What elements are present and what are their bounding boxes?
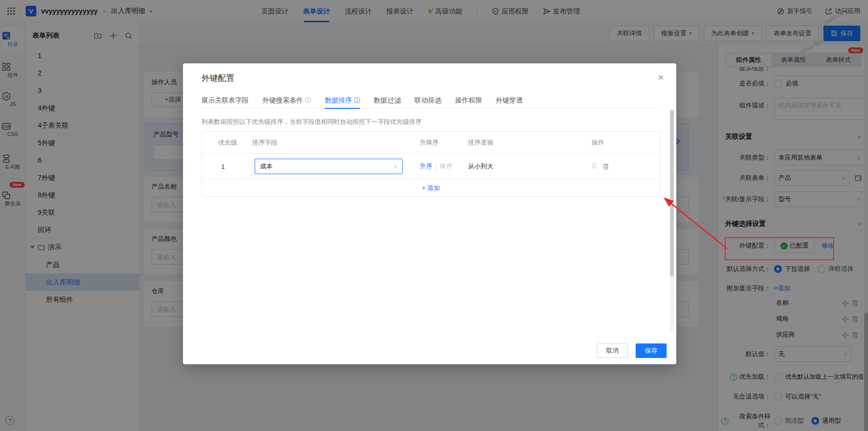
cancel-button[interactable]: 取消	[597, 343, 628, 358]
tab-data-sort[interactable]: 数据排序ⓘ	[325, 92, 360, 108]
sort-table-header: 优先级 排序字段 升降序 排序逻辑 操作	[202, 132, 660, 153]
sort-description: 列表数据按照以下优先级排序，当前字段值相同时自动按照下一字段优先级排序	[201, 118, 422, 126]
drag-handle-icon[interactable]: ⠿	[592, 162, 596, 171]
col-sort-field: 排序字段	[252, 138, 420, 147]
info-icon: ⓘ	[305, 96, 311, 105]
tab-operation-permission[interactable]: 操作权限	[455, 92, 482, 108]
annotation-highlight-box	[725, 237, 834, 260]
divider: |	[435, 163, 437, 170]
sort-field-select[interactable]: 成本∨	[255, 159, 403, 174]
sort-table: 优先级 排序字段 升降序 排序逻辑 操作 1 成本∨ 升序|降序 从小到大 ⠿ …	[201, 131, 660, 197]
col-asc-desc: 升降序	[420, 138, 468, 147]
col-sort-logic: 排序逻辑	[468, 138, 592, 147]
add-sort-rule-link[interactable]: + 添加	[202, 179, 660, 196]
priority-value: 1	[202, 163, 252, 170]
annotation-arrow	[657, 193, 731, 253]
modal-save-button[interactable]: 保存	[636, 343, 667, 358]
trash-icon[interactable]	[602, 163, 609, 170]
modal-tabs: 展示关联表字段 外键搜索条件ⓘ 数据排序ⓘ 数据过滤 联动筛选 操作权限 外键穿…	[201, 92, 658, 108]
ascending-link[interactable]: 升序	[420, 163, 432, 170]
tab-display-fields[interactable]: 展示关联表字段	[201, 92, 249, 108]
sort-rule-row: 1 成本∨ 升序|降序 从小到大 ⠿	[202, 153, 660, 179]
tab-search-condition[interactable]: 外键搜索条件ⓘ	[262, 92, 311, 108]
descending-link[interactable]: 降序	[440, 163, 452, 170]
col-actions: 操作	[592, 138, 660, 147]
tab-data-filter[interactable]: 数据过滤	[374, 92, 401, 108]
modal-title: 外键配置	[201, 73, 234, 84]
close-icon[interactable]: ×	[658, 72, 664, 83]
sort-logic-value: 从小到大	[468, 162, 592, 171]
tab-fk-drill[interactable]: 外键穿透	[496, 92, 523, 108]
tab-linked-filter[interactable]: 联动筛选	[414, 92, 442, 108]
info-icon: ⓘ	[354, 96, 360, 105]
fk-config-modal: 外键配置 × 展示关联表字段 外键搜索条件ⓘ 数据排序ⓘ 数据过滤 联动筛选 操…	[183, 63, 676, 364]
col-priority: 优先级	[202, 138, 252, 147]
